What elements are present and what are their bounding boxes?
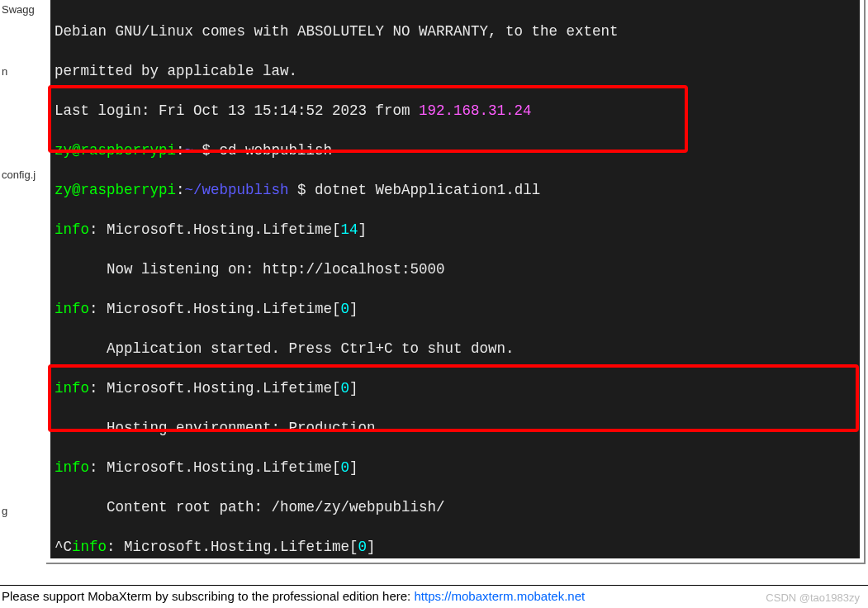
- command: cd webpublish: [220, 142, 333, 159]
- log-message: Now listening on: http://localhost:5000: [55, 261, 445, 278]
- prompt-dollar: $: [193, 142, 220, 159]
- bracket: ]: [358, 221, 368, 238]
- log-num: 0: [358, 539, 368, 555]
- colon: :: [89, 301, 107, 317]
- prompt-user: zy@raspberrypi: [55, 142, 176, 159]
- warranty-text: permitted by applicable law.: [55, 63, 297, 79]
- bracket: ]: [349, 380, 358, 397]
- log-source: Microsoft.Hosting.Lifetime[: [107, 380, 341, 397]
- info-label: info: [72, 539, 107, 555]
- log-num: 14: [341, 221, 358, 238]
- log-message: Content root path: /home/zy/webpublish/: [55, 499, 445, 515]
- sidebar-item: g: [0, 501, 46, 520]
- last-login-label: Last login:: [55, 102, 150, 119]
- command: dotnet WebApplication1.dll: [315, 182, 540, 198]
- terminal[interactable]: Debian GNU/Linux comes with ABSOLUTELY N…: [50, 0, 860, 558]
- log-source: Microsoft.Hosting.Lifetime[: [107, 301, 341, 317]
- sidebar: Swagg n config.j g: [0, 0, 46, 562]
- sidebar-item: config.j: [0, 165, 46, 184]
- last-login-date: Fri Oct 13 15:14:52 2023 from: [150, 102, 420, 119]
- footer: Please support MobaXterm by subscribing …: [0, 585, 868, 608]
- prompt-path: ~/webpublish: [185, 182, 289, 198]
- footer-link[interactable]: https://mobaxterm.mobatek.net: [414, 589, 585, 603]
- bracket: ]: [349, 301, 358, 317]
- log-num: 0: [341, 380, 350, 397]
- sidebar-item: Swagg: [0, 0, 46, 19]
- prompt-path: ~: [185, 142, 194, 159]
- bracket: ]: [349, 459, 358, 476]
- colon: :: [107, 539, 124, 555]
- log-message: Application started. Press Ctrl+C to shu…: [55, 340, 515, 357]
- info-label: info: [55, 380, 89, 397]
- bracket: ]: [367, 539, 376, 555]
- log-source: Microsoft.Hosting.Lifetime[: [124, 539, 358, 555]
- terminal-wrapper: Debian GNU/Linux comes with ABSOLUTELY N…: [46, 0, 866, 564]
- log-source: Microsoft.Hosting.Lifetime[: [107, 221, 341, 238]
- footer-text: Please support MobaXterm by subscribing …: [2, 589, 414, 603]
- prompt-colon: :: [176, 142, 185, 159]
- last-login-ip: 192.168.31.24: [419, 102, 532, 119]
- info-label: info: [55, 221, 89, 238]
- prompt-user: zy@raspberrypi: [55, 182, 176, 198]
- info-label: info: [55, 459, 89, 476]
- info-label: info: [55, 301, 89, 317]
- sidebar-item: n: [0, 62, 46, 81]
- log-source: Microsoft.Hosting.Lifetime[: [107, 459, 341, 476]
- colon: :: [89, 380, 107, 397]
- log-message: Hosting environment: Production: [55, 420, 376, 436]
- watermark: CSDN @tao1983zy: [766, 591, 860, 604]
- log-num: 0: [341, 301, 350, 317]
- prompt-colon: :: [176, 182, 185, 198]
- colon: :: [89, 459, 107, 476]
- colon: :: [89, 221, 107, 238]
- warranty-text: Debian GNU/Linux comes with ABSOLUTELY N…: [55, 23, 619, 40]
- log-num: 0: [341, 459, 350, 476]
- ctrl-c: ^C: [55, 539, 72, 555]
- prompt-dollar: $: [289, 182, 315, 198]
